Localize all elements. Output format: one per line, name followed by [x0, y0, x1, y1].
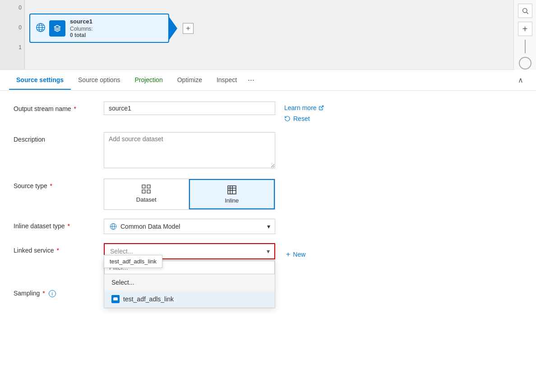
source-node[interactable]: source1 Columns: 0 total: [29, 14, 169, 43]
inline-dataset-type-required: *: [66, 222, 70, 230]
linked-service-required: *: [55, 247, 59, 254]
tooltip-box: test_adf_adls_link: [104, 255, 162, 268]
right-toolbar: +: [513, 0, 536, 70]
ruler-1: 1: [18, 44, 22, 51]
output-stream-required: *: [72, 105, 76, 112]
tab-inspect[interactable]: Inspect: [209, 71, 244, 90]
plus-toolbar-btn[interactable]: +: [518, 22, 532, 36]
reset-icon: [284, 115, 291, 122]
svg-line-6: [527, 12, 528, 14]
svg-rect-10: [142, 190, 145, 193]
linked-service-chevron-icon: ▾: [267, 248, 270, 255]
source-type-control: Dataset Inline: [104, 179, 275, 210]
inline-dataset-type-dropdown-wrapper: Common Data Model ▾: [104, 219, 275, 234]
canvas-area: 0 0 1: [0, 0, 536, 70]
tabs-collapse-button[interactable]: ∧: [514, 72, 527, 88]
svg-rect-12: [228, 186, 236, 194]
adls-icon: [113, 296, 118, 302]
external-link-icon: [319, 105, 324, 111]
output-stream-label: Output stream name *: [14, 101, 104, 112]
toolbar-circle: [519, 57, 531, 69]
tabs-bar: Source settings Source options Projectio…: [0, 70, 536, 90]
source-node-icon: [49, 20, 65, 37]
source-type-label: Source type *: [14, 179, 104, 189]
linked-service-new-action: + New: [281, 243, 305, 258]
dataset-icon: [141, 184, 152, 194]
cdm-globe-icon: [110, 223, 117, 230]
canvas-content: source1 Columns: 0 total +: [25, 0, 536, 43]
tab-source-options[interactable]: Source options: [71, 71, 127, 90]
app-container: 0 0 1: [0, 0, 536, 392]
output-stream-input[interactable]: [104, 101, 275, 115]
sampling-required: *: [41, 290, 45, 297]
tabs-more-dots[interactable]: ···: [244, 70, 258, 90]
description-label: Description: [14, 132, 104, 143]
tab-source-settings[interactable]: Source settings: [9, 71, 71, 90]
source-node-info: source1 Columns: 0 total: [70, 18, 163, 38]
svg-rect-21: [114, 297, 117, 298]
inline-dataset-type-label: Inline dataset type *: [14, 219, 104, 230]
sampling-label: Sampling * i: [14, 286, 104, 297]
source-node-globe-icon: [36, 23, 46, 34]
tab-projection[interactable]: Projection: [127, 71, 170, 90]
search-toolbar-btn[interactable]: [518, 4, 532, 18]
inline-dataset-type-dropdown[interactable]: Common Data Model ▾: [104, 219, 275, 234]
source-type-row: Source type * Dataset: [14, 179, 522, 210]
description-control: [104, 132, 275, 170]
linked-service-label: Linked service *: [14, 243, 104, 254]
source-type-inline-btn[interactable]: Inline: [189, 179, 275, 209]
svg-rect-9: [147, 185, 150, 188]
new-linked-service-button[interactable]: + New: [286, 247, 305, 258]
output-stream-control: [104, 101, 275, 115]
description-row: Description: [14, 132, 522, 170]
svg-line-7: [321, 106, 323, 109]
source-type-required: *: [48, 182, 52, 189]
learn-more-link[interactable]: Learn more: [284, 104, 324, 111]
form-area: Output stream name * Learn more: [0, 91, 536, 317]
ruler-0a: 0: [18, 5, 22, 11]
inline-icon: [226, 184, 237, 195]
linked-service-option-default[interactable]: Select...: [104, 274, 275, 291]
linked-service-row: Linked service * Select... ▾ Select...: [14, 243, 522, 259]
tab-optimize[interactable]: Optimize: [170, 71, 209, 90]
canvas-add-button[interactable]: +: [183, 23, 194, 34]
inline-dataset-type-row: Inline dataset type * Common Data Model …: [14, 219, 522, 234]
source-type-dataset-btn[interactable]: Dataset: [104, 179, 189, 209]
sampling-info-icon[interactable]: i: [49, 290, 56, 297]
svg-point-5: [522, 9, 527, 13]
svg-rect-8: [142, 185, 145, 188]
ruler-0b: 0: [18, 24, 22, 31]
tabs-section: Source settings Source options Projectio…: [0, 70, 536, 91]
linked-service-option-icon: [111, 295, 120, 303]
learn-more-actions: Learn more Reset: [284, 101, 324, 123]
inline-dataset-type-control: Common Data Model ▾: [104, 219, 275, 234]
source-node-title: source1: [70, 18, 163, 25]
canvas-ruler: 0 0 1: [0, 0, 25, 69]
output-stream-row: Output stream name * Learn more: [14, 101, 522, 123]
source-node-subtitle: Columns: 0 total: [70, 26, 163, 38]
source-type-toggle: Dataset Inline: [104, 179, 275, 210]
new-linked-service-plus-icon: +: [286, 250, 290, 258]
description-textarea[interactable]: [104, 132, 275, 168]
inline-dataset-type-chevron-icon: ▾: [267, 223, 270, 230]
linked-service-option-item[interactable]: test_adf_adls_link: [104, 291, 275, 308]
toolbar-divider: [525, 40, 526, 53]
svg-rect-11: [147, 190, 150, 193]
reset-button[interactable]: Reset: [284, 115, 310, 122]
